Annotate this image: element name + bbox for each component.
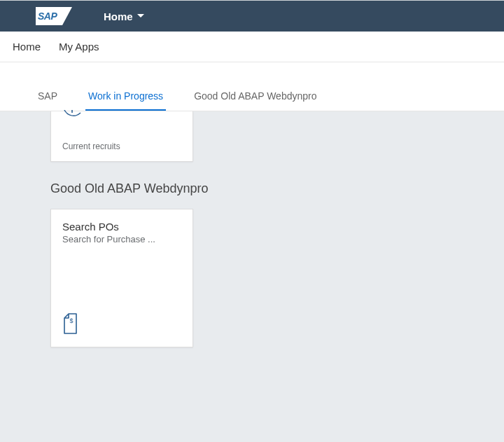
primary-nav: Home My Apps <box>0 32 504 62</box>
tile-search-pos[interactable]: Search POs Search for Purchase ... $ <box>50 209 193 347</box>
secondary-nav: SAP Work in Progress Good Old ABAP Webdy… <box>0 81 504 111</box>
shell-title-dropdown[interactable]: Home <box>104 11 144 22</box>
chevron-down-icon <box>137 14 144 18</box>
clock-icon <box>62 110 181 125</box>
section-title: Good Old ABAP Webdynpro <box>50 181 504 196</box>
tab-work-in-progress[interactable]: Work in Progress <box>85 81 166 111</box>
content-area: Current recruits Good Old ABAP Webdynpro… <box>0 111 504 442</box>
shell-title-text: Home <box>104 11 133 22</box>
tile-title: Search POs <box>62 221 181 233</box>
shellbar: SAP Home <box>0 1 504 32</box>
logo[interactable]: SAP <box>11 7 90 25</box>
document-dollar-icon: $ <box>62 313 181 337</box>
tab-abap-webdynpro[interactable]: Good Old ABAP Webdynpro <box>191 81 319 111</box>
svg-text:$: $ <box>69 317 73 324</box>
logo-text: SAP <box>38 11 57 22</box>
tab-sap[interactable]: SAP <box>35 81 60 111</box>
nav-my-apps[interactable]: My Apps <box>59 32 99 61</box>
nav-home[interactable]: Home <box>13 32 41 61</box>
tile-subtitle: Search for Purchase ... <box>62 234 181 244</box>
tile-caption: Current recruits <box>62 141 181 151</box>
tile-current-recruits[interactable]: Current recruits <box>50 111 193 162</box>
